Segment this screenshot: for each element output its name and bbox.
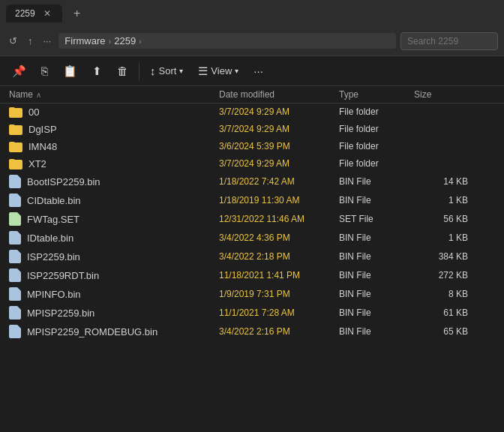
file-name-cell: ISP2259RDT.bin	[9, 268, 219, 282]
file-name-cell: 00	[9, 106, 219, 118]
table-row[interactable]: IMN48 3/6/2024 5:39 PM File folder	[0, 138, 504, 155]
breadcrumb-2259[interactable]: 2259	[114, 35, 136, 46]
table-row[interactable]: MPISP2259_ROMDEBUG.bin 3/4/2022 2:16 PM …	[0, 322, 504, 341]
sort-icon: ↕	[150, 64, 156, 77]
file-date: 1/18/2022 7:42 AM	[219, 176, 339, 187]
file-name: FWTag.SET	[27, 214, 80, 225]
file-icon	[9, 287, 21, 301]
toolbar-copy-button[interactable]: ⎘	[35, 61, 54, 81]
toolbar-paste-button[interactable]: 📋	[57, 61, 83, 82]
file-name: ISP2259RDT.bin	[27, 270, 99, 281]
refresh-button[interactable]: ↺	[6, 32, 20, 50]
folder-icon	[9, 123, 22, 135]
more-button[interactable]: ···	[40, 32, 55, 50]
file-name: MPISP2259.bin	[27, 308, 94, 319]
file-name: IDtable.bin	[27, 232, 74, 244]
file-icon	[9, 212, 21, 226]
file-size: 61 KB	[414, 308, 474, 318]
pin-icon: 📌	[12, 64, 26, 78]
table-row[interactable]: XT2 3/7/2024 9:29 AM File folder	[0, 155, 504, 172]
table-row[interactable]: ISP2259RDT.bin 11/18/2021 1:41 PM BIN Fi…	[0, 266, 504, 285]
up-button[interactable]: ↑	[25, 32, 36, 50]
file-date: 11/1/2021 7:28 AM	[219, 308, 339, 318]
file-name: MPINFO.bin	[27, 289, 81, 300]
table-row[interactable]: FWTag.SET 12/31/2022 11:46 AM SET File 5…	[0, 210, 504, 229]
search-input[interactable]	[400, 32, 498, 50]
file-name: ISP2259.bin	[27, 251, 80, 262]
toolbar-separator	[139, 62, 140, 80]
breadcrumb-sep-2: ›	[139, 37, 142, 46]
toolbar-more-button[interactable]: ···	[248, 61, 269, 81]
breadcrumb-sep-1: ›	[109, 37, 112, 46]
table-row[interactable]: MPISP2259.bin 11/1/2021 7:28 AM BIN File…	[0, 304, 504, 322]
view-label: View	[211, 65, 232, 76]
file-icon	[9, 268, 21, 282]
file-icon	[9, 194, 21, 207]
file-type: BIN File	[339, 195, 414, 206]
file-rows-container: 00 3/7/2024 9:29 AM File folder DgISP 3/…	[0, 104, 504, 341]
file-name: MPISP2259_ROMDEBUG.bin	[27, 326, 158, 338]
table-row[interactable]: 00 3/7/2024 9:29 AM File folder	[0, 104, 504, 121]
file-type: File folder	[339, 124, 414, 134]
toolbar-delete-button[interactable]: 🗑	[111, 61, 134, 81]
table-row[interactable]: IDtable.bin 3/4/2022 4:36 PM BIN File 1 …	[0, 229, 504, 248]
file-type: BIN File	[339, 289, 414, 299]
folder-icon	[9, 158, 22, 170]
file-type: File folder	[339, 158, 414, 169]
toolbar-share-button[interactable]: ⬆	[86, 61, 108, 82]
table-row[interactable]: BootISP2259.bin 1/18/2022 7:42 AM BIN Fi…	[0, 172, 504, 191]
file-type: BIN File	[339, 270, 414, 280]
view-icon: ☰	[198, 64, 208, 78]
file-date: 3/4/2022 2:18 PM	[219, 251, 339, 262]
view-button[interactable]: ☰ View ▾	[192, 61, 244, 82]
copy-icon: ⎘	[41, 64, 48, 77]
header-date-modified[interactable]: Date modified	[219, 89, 339, 100]
header-type[interactable]: Type	[339, 89, 414, 100]
file-type: BIN File	[339, 326, 414, 337]
file-date: 1/18/2019 11:30 AM	[219, 195, 339, 206]
file-name: IMN48	[28, 141, 57, 152]
file-size: 8 KB	[414, 289, 474, 299]
file-icon	[9, 325, 21, 338]
folder-icon	[9, 140, 22, 152]
tab-close-button[interactable]: ✕	[41, 8, 53, 20]
header-size[interactable]: Size	[414, 89, 474, 100]
table-row[interactable]: CIDtable.bin 1/18/2019 11:30 AM BIN File…	[0, 191, 504, 210]
file-name-cell: XT2	[9, 158, 219, 170]
toolbar: 📌 ⎘ 📋 ⬆ 🗑 ↕ Sort ▾ ☰ View ▾ ···	[0, 56, 504, 86]
file-type: BIN File	[339, 251, 414, 262]
more-icon: ···	[254, 64, 263, 77]
file-date: 11/18/2021 1:41 PM	[219, 270, 339, 280]
title-bar: 2259 ✕ +	[0, 0, 504, 26]
file-list: Name ∧ Date modified Type Size 00 3/7/20…	[0, 86, 504, 432]
file-name-cell: DgISP	[9, 123, 219, 135]
file-name-cell: FWTag.SET	[9, 212, 219, 226]
file-date: 12/31/2022 11:46 AM	[219, 214, 339, 224]
breadcrumb-firmware[interactable]: Firmware	[64, 35, 105, 46]
new-tab-button[interactable]: +	[68, 4, 86, 22]
toolbar-pin-button[interactable]: 📌	[6, 61, 32, 82]
table-row[interactable]: ISP2259.bin 3/4/2022 2:18 PM BIN File 38…	[0, 248, 504, 266]
table-row[interactable]: DgISP 3/7/2024 9:29 AM File folder	[0, 121, 504, 138]
delete-icon: 🗑	[117, 64, 128, 77]
file-date: 3/7/2024 9:29 AM	[219, 124, 339, 134]
file-size: 14 KB	[414, 176, 474, 187]
file-name: 00	[28, 106, 39, 118]
tab-label: 2259	[15, 8, 35, 19]
share-icon: ⬆	[92, 64, 102, 78]
breadcrumb[interactable]: Firmware › 2259 ›	[58, 33, 396, 49]
file-name-cell: IDtable.bin	[9, 231, 219, 244]
file-name-cell: IMN48	[9, 140, 219, 152]
file-date: 1/9/2019 7:31 PM	[219, 289, 339, 299]
file-date: 3/4/2022 4:36 PM	[219, 232, 339, 243]
name-sort-arrow: ∧	[36, 91, 41, 99]
paste-icon: 📋	[63, 64, 77, 78]
sort-button[interactable]: ↕ Sort ▾	[144, 61, 189, 81]
table-row[interactable]: MPINFO.bin 1/9/2019 7:31 PM BIN File 8 K…	[0, 285, 504, 304]
folder-icon	[9, 106, 22, 118]
file-type: SET File	[339, 214, 414, 224]
header-name[interactable]: Name ∧	[9, 89, 219, 100]
file-name: XT2	[28, 158, 46, 170]
file-name-cell: ISP2259.bin	[9, 250, 219, 263]
active-tab[interactable]: 2259 ✕	[6, 4, 62, 22]
